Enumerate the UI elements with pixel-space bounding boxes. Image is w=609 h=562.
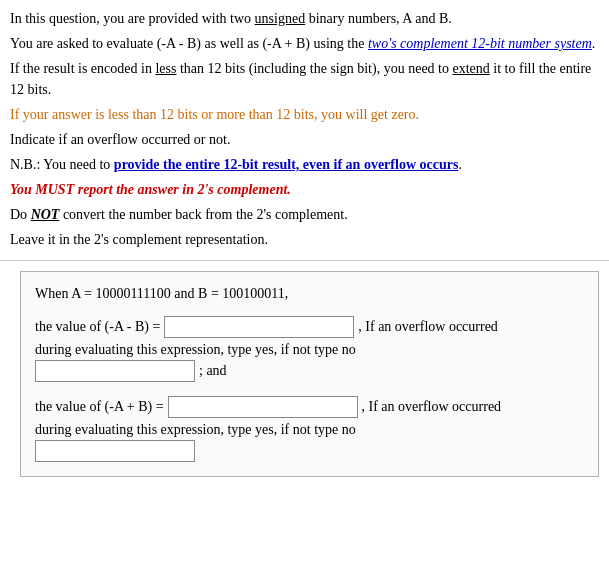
line9: Leave it in the 2's complement represent… xyxy=(10,229,599,250)
overflow2-row: during evaluating this expression, type … xyxy=(35,422,584,438)
unsigned-word: unsigned xyxy=(255,11,306,26)
question-box: When A = 10000111100 and B = 100100011, … xyxy=(20,271,599,477)
line4: If your answer is less than 12 bits or m… xyxy=(10,104,599,125)
expr2-post: , If an overflow occurred xyxy=(362,399,502,415)
not-word: NOT xyxy=(31,207,60,222)
line2: You are asked to evaluate (-A - B) as we… xyxy=(10,33,599,54)
overflow1-input[interactable] xyxy=(35,360,195,382)
semicolon-label: ; and xyxy=(199,363,227,379)
semicolon-row: ; and xyxy=(35,360,584,382)
bottom-input-row xyxy=(35,440,584,462)
expr1-row: the value of (-A - B) = , If an overflow… xyxy=(35,316,584,338)
instructions-block: In this question, you are provided with … xyxy=(0,0,609,261)
overflow2-input[interactable] xyxy=(35,440,195,462)
line5: Indicate if an overflow occurred or not. xyxy=(10,129,599,150)
overflow1-text: during evaluating this expression, type … xyxy=(35,342,356,357)
line8: Do NOT convert the number back from the … xyxy=(10,204,599,225)
overflow2-text: during evaluating this expression, type … xyxy=(35,422,356,437)
expr1-input[interactable] xyxy=(164,316,354,338)
expr2-row: the value of (-A + B) = , If an overflow… xyxy=(35,396,584,418)
expr2-label: the value of (-A + B) = xyxy=(35,399,164,415)
line1: In this question, you are provided with … xyxy=(10,8,599,29)
nb-link[interactable]: provide the entire 12-bit result, even i… xyxy=(114,157,459,172)
line6: N.B.: You need to provide the entire 12-… xyxy=(10,154,599,175)
twos-complement-link[interactable]: two's complement 12-bit number system xyxy=(368,36,592,51)
extend-word: extend xyxy=(452,61,489,76)
expr1-post: , If an overflow occurred xyxy=(358,319,498,335)
overflow1-row: during evaluating this expression, type … xyxy=(35,342,584,358)
line3: If the result is encoded in less than 12… xyxy=(10,58,599,100)
less-word: less xyxy=(155,61,176,76)
expr2-input[interactable] xyxy=(168,396,358,418)
when-statement: When A = 10000111100 and B = 100100011, xyxy=(35,286,584,302)
expr1-label: the value of (-A - B) = xyxy=(35,319,160,335)
line7: You MUST report the answer in 2's comple… xyxy=(10,179,599,200)
